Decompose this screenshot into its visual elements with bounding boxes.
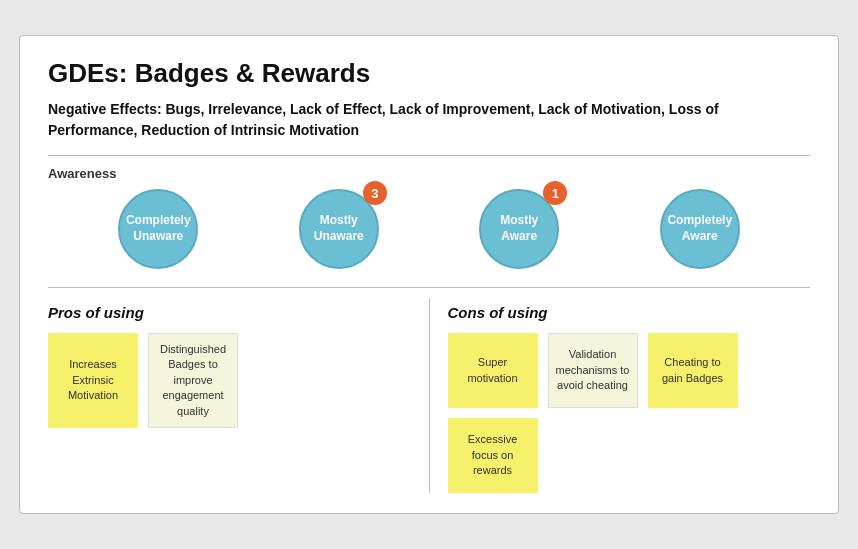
circle-wrapper-2: MostlyUnaware 3	[299, 189, 379, 269]
con-note-2: Validation mechanisms to avoid cheating	[548, 333, 638, 408]
badge-1: 1	[543, 181, 567, 205]
awareness-completely-aware: CompletelyAware	[660, 189, 740, 269]
awareness-mostly-unaware: MostlyUnaware 3	[299, 189, 379, 269]
circle-wrapper-4: CompletelyAware	[660, 189, 740, 269]
negative-effects-text: Negative Effects: Bugs, Irrelevance, Lac…	[48, 99, 810, 141]
awareness-completely-unaware: CompletelyUnaware	[118, 189, 198, 269]
awareness-mostly-aware: MostlyAware 1	[479, 189, 559, 269]
badge-3: 3	[363, 181, 387, 205]
divider-bottom	[48, 287, 810, 288]
cons-notes-row: Super motivation Validation mechanisms t…	[448, 333, 811, 493]
cons-section: Cons of using Super motivation Validatio…	[430, 298, 811, 493]
page-title: GDEs: Badges & Rewards	[48, 58, 810, 89]
con-note-1: Super motivation	[448, 333, 538, 408]
awareness-label: Awareness	[48, 166, 810, 181]
pros-label: Pros of using	[48, 304, 411, 321]
pro-note-2: Distinguished Badges to improve engageme…	[148, 333, 238, 428]
divider-top	[48, 155, 810, 156]
pro-note-1: Increases Extrinsic Motivation	[48, 333, 138, 428]
pros-notes-row: Increases Extrinsic Motivation Distingui…	[48, 333, 411, 428]
pros-cons-row: Pros of using Increases Extrinsic Motiva…	[48, 298, 810, 493]
circle-wrapper-3: MostlyAware 1	[479, 189, 559, 269]
negative-effects-label: Negative Effects	[48, 101, 157, 117]
main-card: GDEs: Badges & Rewards Negative Effects:…	[19, 35, 839, 514]
con-note-3: Cheating to gain Badges	[648, 333, 738, 408]
pros-section: Pros of using Increases Extrinsic Motiva…	[48, 298, 430, 493]
con-note-4: Excessive focus on rewards	[448, 418, 538, 493]
circle-completely-aware: CompletelyAware	[660, 189, 740, 269]
awareness-row: CompletelyUnaware MostlyUnaware 3 Mostly…	[48, 189, 810, 269]
circle-completely-unaware: CompletelyUnaware	[118, 189, 198, 269]
circle-wrapper-1: CompletelyUnaware	[118, 189, 198, 269]
cons-label: Cons of using	[448, 304, 811, 321]
